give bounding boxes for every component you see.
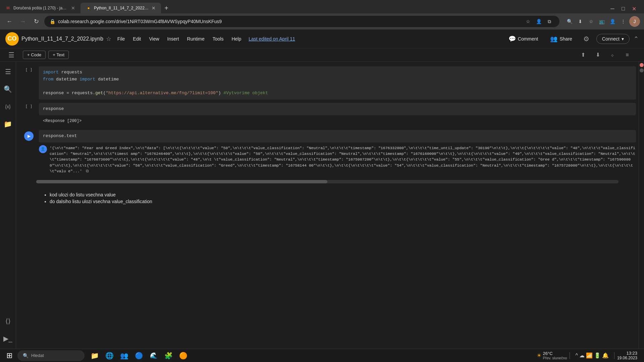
extensions-icon[interactable]: ⧉ — [545, 17, 554, 26]
menu-edit[interactable]: Edit — [129, 34, 144, 44]
colab-tab[interactable]: ● Python_II_11_14_7_2_2022.ipynb ✕ — [80, 3, 161, 13]
weather-info: 26°C Přev. slunečno — [543, 351, 567, 360]
cell-1-code[interactable]: import requests from datetime import dat… — [39, 66, 636, 100]
gmail-tab-title: Doručená pošta (1 270) - jakub — [13, 6, 68, 10]
taskbar-addon-icon[interactable]: 🧩 — [162, 350, 174, 362]
sidebar-search-icon[interactable]: 🔍 — [2, 83, 14, 95]
search-btn[interactable]: 🔍 — [565, 17, 574, 26]
menu-help[interactable]: Help — [228, 34, 245, 44]
tray-cloud-icon[interactable]: ☁ — [579, 352, 585, 359]
star-notebook-icon[interactable]: ☆ — [106, 35, 111, 43]
cast-btn[interactable]: 📺 — [597, 17, 606, 26]
bookmark-icon[interactable]: ☆ — [523, 17, 533, 26]
cell-2-code[interactable]: response — [39, 103, 636, 115]
from-keyword: from — [43, 77, 53, 82]
address-actions: ☆ 👤 ⧉ — [523, 17, 554, 26]
weather-widget[interactable]: ☀ 26°C Přev. slunečno — [537, 351, 567, 360]
co-logo-text: CO — [8, 35, 17, 42]
paren-close: ) — [218, 90, 224, 96]
cell-2-output: <Response [200]> — [39, 115, 636, 127]
toolbar-action-4[interactable]: ≡ — [621, 49, 633, 61]
menu-file[interactable]: File — [114, 34, 128, 44]
copy-icon[interactable]: ⧉ — [86, 169, 89, 173]
tray-volume-icon[interactable]: 🔔 — [602, 352, 609, 359]
collapse-toolbar-icon[interactable]: ⌃ — [634, 35, 639, 43]
comment-button[interactable]: 💬 Comment — [504, 33, 542, 45]
taskbar-edge-icon[interactable]: 🌊 — [148, 350, 160, 362]
h-scrollbar-thumb[interactable] — [36, 180, 327, 183]
address-bar[interactable]: 🔒 colab.research.google.com/drive/1NiRT0… — [44, 16, 559, 27]
connect-button[interactable]: Connect ▾ — [596, 34, 630, 44]
account-btn[interactable]: 👤 — [608, 17, 617, 26]
system-clock[interactable]: 13:23 19.06.2023 — [617, 351, 637, 360]
close-button[interactable]: ✕ — [629, 4, 639, 13]
star-nav-btn[interactable]: ☆ — [586, 17, 596, 26]
cell-2-content[interactable]: response <Response [200]> — [39, 103, 636, 127]
more-btn[interactable]: ⋮ — [619, 17, 628, 26]
menu-view[interactable]: View — [146, 34, 162, 44]
menu-runtime[interactable]: Runtime — [184, 34, 208, 44]
minimize-button[interactable]: ─ — [608, 4, 617, 13]
colab-menu: File Edit View Insert Runtime Tools Help… — [111, 34, 298, 44]
add-code-button[interactable]: + Code — [23, 51, 46, 59]
cell-toolbar-actions: ⬆ ⬇ ⬦ ≡ — [577, 49, 639, 61]
secure-icon: 🔒 — [50, 19, 55, 24]
user-avatar[interactable]: J — [629, 16, 640, 27]
datetime-class: datetime — [98, 77, 119, 82]
taskbar-colab-icon[interactable]: 🟠 — [177, 350, 189, 362]
settings-button[interactable]: ⚙ — [580, 33, 592, 45]
co-logo-icon[interactable]: CO — [5, 32, 19, 46]
back-button[interactable]: ← — [4, 16, 15, 27]
taskbar-browser-icon[interactable]: 🌐 — [103, 350, 115, 362]
taskbar-files-icon[interactable]: 📁 — [89, 350, 101, 362]
address-text: colab.research.google.com/drive/1NiRT03W… — [58, 19, 521, 24]
toolbar-action-1[interactable]: ⬆ — [577, 49, 589, 61]
add-code-label: + Code — [27, 52, 41, 57]
sidebar-menu-icon[interactable]: ☰ — [5, 49, 17, 61]
code-line-response-text: response.text — [43, 133, 632, 140]
taskbar-chrome-icon[interactable]: 🔵 — [133, 350, 145, 362]
sidebar-files-icon[interactable]: 📁 — [2, 118, 14, 130]
divider-2 — [614, 352, 614, 359]
toolbar-action-3[interactable]: ⬦ — [606, 49, 619, 61]
forward-button[interactable]: → — [17, 16, 28, 27]
refresh-button[interactable]: ↻ — [31, 16, 42, 27]
code-line-3: response = requests.get("https://api.alt… — [43, 90, 632, 97]
taskbar-search[interactable]: 🔍 Hledat — [17, 350, 85, 361]
last-edited-link[interactable]: Last edited on April 11 — [249, 36, 295, 42]
add-text-button[interactable]: + Text — [48, 51, 69, 59]
nav-extra: 🔍 ⬇ ☆ 📺 👤 ⋮ J — [562, 16, 640, 27]
cell-1-content[interactable]: import requests from datetime import dat… — [39, 66, 636, 100]
response-text: response — [43, 106, 64, 111]
colab-tab-close[interactable]: ✕ — [152, 5, 156, 11]
colab-header-actions: 💬 Comment 👥 Share ⚙ Connect ▾ ⌃ — [504, 33, 639, 45]
sidebar-variables-icon[interactable]: {x} — [2, 101, 14, 113]
maximize-button[interactable]: □ — [619, 4, 628, 13]
sidebar-terminal-icon[interactable]: ▶_ — [2, 333, 14, 345]
menu-tools[interactable]: Tools — [209, 34, 227, 44]
gmail-tab-close[interactable]: ✕ — [71, 5, 75, 11]
profile-icon[interactable]: 👤 — [534, 17, 543, 26]
cell-1: [ ] import requests from datetime import… — [16, 65, 639, 101]
share-button[interactable]: 👥 Share — [546, 33, 576, 45]
h-scrollbar-track[interactable] — [36, 180, 619, 183]
taskbar-teams-icon[interactable]: 👥 — [118, 350, 130, 362]
sidebar-code-icon[interactable]: ⟨⟩ — [2, 315, 14, 327]
run-button[interactable]: ▶ — [24, 131, 34, 141]
tray-battery-icon[interactable]: 🔋 — [594, 352, 601, 359]
new-tab-button[interactable]: + — [161, 3, 172, 13]
sidebar-menu-icon[interactable]: ☰ — [2, 66, 14, 78]
menu-insert[interactable]: Insert — [164, 34, 182, 44]
gmail-tab[interactable]: ✉ Doručená pošta (1 270) - jakub ✕ — [0, 3, 80, 13]
nav-bar: ← → ↻ 🔒 colab.research.google.com/drive/… — [0, 13, 644, 29]
tray-wifi-icon[interactable]: 📶 — [586, 352, 593, 359]
cell-3-code[interactable]: response.text — [39, 130, 636, 142]
mini-close-btn[interactable] — [640, 63, 644, 67]
cell-3-content[interactable]: response.text 👤 '{\n\t"name": "Fear and … — [39, 130, 636, 177]
colab-app: CO Python_II_11_14_7_2_2022.ipynb ☆ File… — [0, 29, 644, 349]
tray-chevron-icon[interactable]: ^ — [575, 353, 578, 359]
start-button[interactable]: ⊞ — [3, 349, 16, 362]
mini-btn-1[interactable] — [640, 68, 644, 72]
download-btn[interactable]: ⬇ — [576, 17, 585, 26]
toolbar-action-2[interactable]: ⬇ — [592, 49, 604, 61]
